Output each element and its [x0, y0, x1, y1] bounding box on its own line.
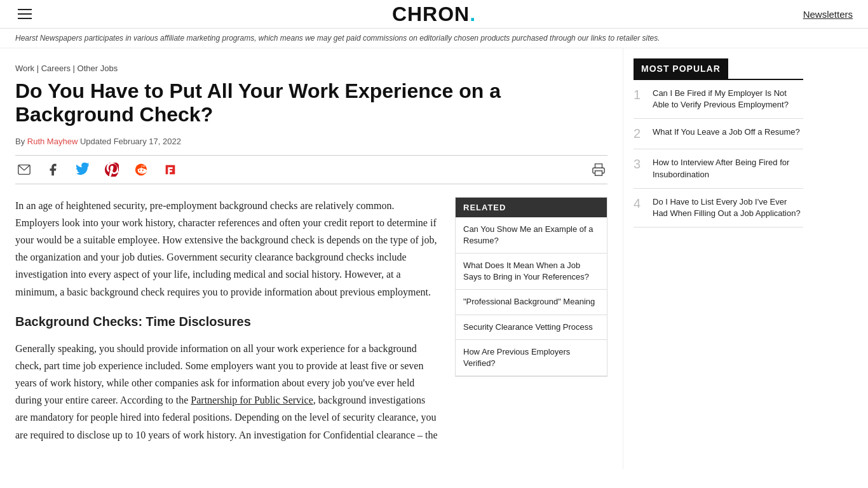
share-pinterest-button[interactable] — [103, 161, 121, 179]
popular-item-3: 3 How to Interview After Being Fired for… — [634, 149, 803, 188]
site-header: CHRON. Newsletters — [0, 0, 868, 29]
most-popular-label: MOST POPULAR — [634, 58, 728, 79]
related-link-1[interactable]: Can You Show Me an Example of a Resume? — [456, 217, 607, 253]
related-item-1: Can You Show Me an Example of a Resume? — [456, 217, 607, 254]
logo-text: CHRON — [392, 3, 470, 25]
updated-date: Updated February 17, 2022 — [78, 137, 181, 146]
breadcrumb-careers[interactable]: Careers — [41, 64, 71, 73]
popular-num-3: 3 — [634, 157, 646, 172]
related-item-4: Security Clearance Vetting Process — [456, 315, 607, 340]
svg-rect-3 — [595, 170, 602, 175]
share-facebook-button[interactable] — [44, 161, 62, 179]
breadcrumb-sep2: | — [71, 64, 78, 73]
affiliate-bar: Hearst Newspapers participates in variou… — [0, 29, 868, 48]
article-section-heading: Background Checks: Time Disclosures — [15, 311, 440, 332]
popular-item-1: 1 Can I Be Fired if My Employer Is Not A… — [634, 80, 803, 119]
breadcrumb-sep1: | — [34, 64, 41, 73]
popular-item-2: 2 What If You Leave a Job Off a Resume? — [634, 119, 803, 149]
related-list: Can You Show Me an Example of a Resume? … — [456, 217, 607, 377]
affiliate-text: Hearst Newspapers participates in variou… — [15, 34, 660, 43]
popular-link-2[interactable]: What If You Leave a Job Off a Resume? — [653, 126, 800, 138]
article-paragraph-1: In an age of heightened security, pre-em… — [15, 197, 440, 301]
article-content-row: In an age of heightened security, pre-em… — [15, 197, 607, 454]
related-link-4[interactable]: Security Clearance Vetting Process — [456, 315, 607, 339]
related-item-3: "Professional Background" Meaning — [456, 290, 607, 315]
related-item-2: What Does It Mean When a Job Says to Bri… — [456, 254, 607, 290]
logo-dot: . — [470, 3, 476, 25]
print-button[interactable] — [590, 161, 607, 179]
sidebar: MOST POPULAR 1 Can I Be Fired if My Empl… — [623, 48, 813, 469]
popular-num-1: 1 — [634, 88, 646, 102]
partnership-link[interactable]: Partnership for Public Service — [191, 395, 313, 405]
related-header: RELATED — [456, 198, 607, 217]
article-paragraph-2: Generally speaking, you should provide i… — [15, 340, 440, 444]
article-text: In an age of heightened security, pre-em… — [15, 197, 440, 454]
share-email-button[interactable] — [15, 161, 33, 179]
popular-link-4[interactable]: Do I Have to List Every Job I've Ever Ha… — [653, 196, 803, 219]
breadcrumb: Work | Careers | Other Jobs — [15, 64, 607, 73]
popular-item-4: 4 Do I Have to List Every Job I've Ever … — [634, 189, 803, 227]
popular-list: 1 Can I Be Fired if My Employer Is Not A… — [634, 79, 803, 227]
share-twitter-button[interactable] — [74, 161, 92, 179]
article-body: In an age of heightened security, pre-em… — [15, 197, 440, 444]
article-area: Work | Careers | Other Jobs Do You Have … — [0, 48, 623, 469]
popular-num-2: 2 — [634, 126, 646, 141]
popular-num-4: 4 — [634, 196, 646, 211]
article-title: Do You Have to Put All Your Work Experie… — [15, 79, 607, 126]
share-flipboard-button[interactable] — [161, 161, 179, 179]
most-popular-header: MOST POPULAR — [634, 58, 803, 79]
related-link-5[interactable]: How Are Previous Employers Verified? — [456, 340, 607, 376]
share-bar — [15, 155, 607, 184]
author-link[interactable]: Ruth Mayhew — [27, 137, 78, 146]
site-logo: CHRON. — [392, 3, 476, 26]
newsletters-button[interactable]: Newsletters — [803, 9, 853, 20]
related-link-3[interactable]: "Professional Background" Meaning — [456, 290, 607, 314]
share-reddit-button[interactable] — [132, 161, 150, 179]
popular-link-3[interactable]: How to Interview After Being Fired for I… — [653, 157, 803, 180]
breadcrumb-other-jobs[interactable]: Other Jobs — [78, 64, 118, 73]
related-link-2[interactable]: What Does It Mean When a Job Says to Bri… — [456, 254, 607, 289]
author-line: By Ruth Mayhew Updated February 17, 2022 — [15, 137, 607, 146]
related-box: RELATED Can You Show Me an Example of a … — [455, 197, 607, 377]
related-item-5: How Are Previous Employers Verified? — [456, 340, 607, 376]
menu-button[interactable] — [15, 6, 34, 22]
breadcrumb-work[interactable]: Work — [15, 64, 34, 73]
author-by-label: By — [15, 137, 27, 146]
popular-link-1[interactable]: Can I Be Fired if My Employer Is Not Abl… — [653, 88, 803, 111]
svg-rect-2 — [166, 165, 175, 174]
